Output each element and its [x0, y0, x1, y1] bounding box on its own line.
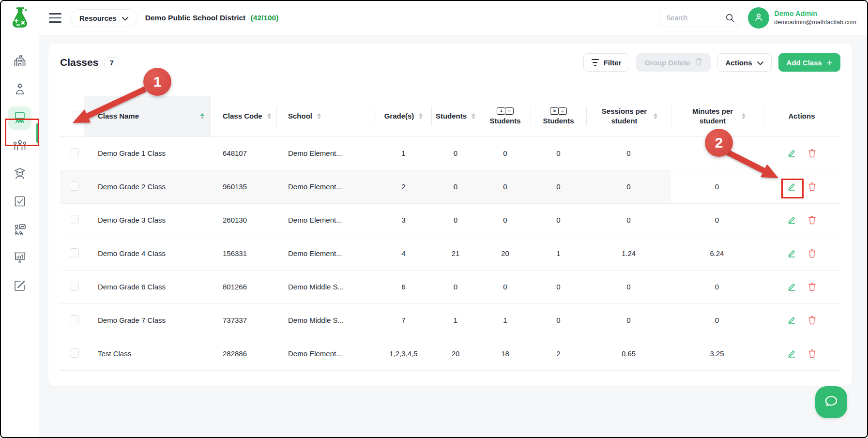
cell-school: Demo Element...	[276, 170, 376, 203]
header-add-sub-students: +−Students	[480, 96, 531, 136]
header-grades[interactable]: Grade(s)	[376, 96, 431, 136]
user-name: Demo Admin	[774, 9, 856, 18]
delete-class-button[interactable]	[808, 249, 816, 258]
header-divider	[376, 106, 376, 126]
row-checkbox[interactable]	[70, 181, 79, 191]
cell-students: 0	[431, 270, 480, 303]
sidebar-nav	[1, 50, 39, 298]
delete-class-button[interactable]	[808, 215, 816, 225]
hamburger-menu-icon[interactable]	[49, 13, 61, 23]
table-row: Demo Grade 2 Class 960135 Demo Element..…	[60, 170, 840, 203]
group-delete-button[interactable]: Group Delete	[636, 53, 710, 72]
sidebar-item-admins[interactable]	[8, 78, 31, 102]
header-class-name[interactable]: Class Name	[84, 96, 211, 136]
header-divider	[431, 106, 432, 126]
cell-mul-div-students: 2	[531, 337, 586, 370]
sidebar-item-compose[interactable]	[8, 275, 31, 298]
cell-minutes: 0	[671, 203, 763, 237]
cell-mul-div-students: 0	[531, 303, 586, 337]
cell-school: Demo Element...	[276, 237, 376, 270]
sidebar-item-schools[interactable]	[8, 50, 31, 74]
district-name: Demo Public School District	[145, 14, 246, 22]
classes-card: Classes 7 Filter Group Delete Actions Ad…	[48, 44, 852, 386]
table-row: Demo Grade 1 Class 648107 Demo Element..…	[60, 136, 840, 170]
cell-students: 21	[431, 237, 480, 270]
cell-grades: 4	[376, 237, 431, 270]
edit-class-button[interactable]	[787, 182, 796, 191]
multiply-divide-icon: ×÷	[550, 107, 566, 115]
cell-class-name: Demo Grade 6 Class	[84, 270, 211, 303]
edit-class-button[interactable]	[787, 316, 796, 325]
cell-grades: 1	[376, 136, 431, 170]
cell-sessions: 0	[586, 303, 671, 337]
header-label: School	[288, 112, 312, 120]
cell-minutes: 0	[671, 136, 763, 170]
sort-icon	[742, 113, 746, 120]
delete-class-button[interactable]	[808, 316, 816, 325]
header-class-code[interactable]: Class Code	[211, 96, 276, 136]
header-select-all	[60, 96, 84, 136]
row-checkbox[interactable]	[70, 348, 79, 358]
delete-class-button[interactable]	[808, 349, 816, 358]
sidebar-item-reports[interactable]	[8, 247, 31, 270]
cell-actions	[763, 337, 840, 370]
edit-class-button[interactable]	[787, 249, 796, 258]
avatar[interactable]	[748, 7, 769, 29]
compose-icon	[13, 279, 27, 294]
classes-table: Class Name Class Code School Grade(s) St…	[60, 96, 840, 371]
cell-class-code: 282886	[211, 337, 276, 370]
sidebar-item-training[interactable]	[8, 219, 31, 242]
search-icon[interactable]	[725, 13, 735, 25]
header-label: Students	[436, 112, 467, 120]
filter-icon	[592, 59, 599, 66]
cell-class-name: Test Class	[84, 337, 211, 370]
cell-school: Demo Element...	[276, 203, 376, 237]
cell-class-name: Demo Grade 1 Class	[84, 136, 211, 170]
delete-class-button[interactable]	[808, 182, 816, 191]
resources-dropdown[interactable]: Resources	[70, 9, 137, 27]
row-checkbox[interactable]	[70, 248, 79, 257]
cell-checkbox	[60, 136, 84, 170]
active-nav-indicator	[36, 123, 39, 143]
row-checkbox[interactable]	[70, 215, 79, 224]
edit-class-button[interactable]	[787, 349, 796, 358]
table-row: Test Class 282886 Demo Element... 1,2,3,…	[60, 337, 840, 370]
user-meta: Demo Admin demoadmin@mathfactlab.com	[774, 9, 856, 26]
row-checkbox[interactable]	[70, 282, 79, 291]
district-quota: (42/100)	[251, 14, 279, 22]
sidebar-item-assignments[interactable]	[8, 191, 31, 214]
header-school[interactable]: School	[276, 96, 376, 136]
header-students[interactable]: Students	[431, 96, 480, 136]
delete-class-button[interactable]	[808, 149, 816, 158]
edit-class-button[interactable]	[787, 215, 796, 225]
delete-class-button[interactable]	[808, 282, 816, 291]
chat-button[interactable]	[815, 386, 847, 418]
header-sessions-per-student[interactable]: Sessions per student	[586, 96, 671, 136]
cell-class-code: 801266	[211, 270, 276, 303]
edit-class-button[interactable]	[787, 149, 796, 158]
header-minutes-per-student[interactable]: Minutes per student	[671, 96, 763, 136]
row-checkbox[interactable]	[70, 148, 79, 157]
header-divider	[276, 106, 277, 126]
actions-dropdown[interactable]: Actions	[717, 53, 772, 72]
filter-button[interactable]: Filter	[583, 53, 630, 72]
cell-sessions: 0	[586, 170, 671, 203]
select-all-checkbox[interactable]	[73, 111, 82, 120]
reports-icon	[13, 251, 27, 266]
row-checkbox[interactable]	[70, 315, 79, 324]
group-delete-label: Group Delete	[644, 59, 690, 67]
trash-icon	[695, 58, 702, 67]
sidebar-item-students[interactable]	[8, 163, 31, 186]
sort-icon	[200, 113, 204, 120]
mathfactlab-flask-logo[interactable]	[6, 4, 33, 31]
cell-class-name: Demo Grade 4 Class	[84, 237, 211, 270]
sidebar-item-classes[interactable]	[8, 106, 31, 130]
cell-grades: 2	[376, 170, 431, 203]
cell-class-code: 156331	[211, 237, 276, 270]
sidebar-item-groups[interactable]	[8, 135, 31, 158]
cell-students: 0	[431, 170, 480, 203]
header-label: Students	[543, 117, 574, 125]
add-class-button[interactable]: Add Class +	[778, 53, 840, 72]
edit-class-button[interactable]	[787, 282, 796, 291]
cell-checkbox	[60, 170, 84, 203]
